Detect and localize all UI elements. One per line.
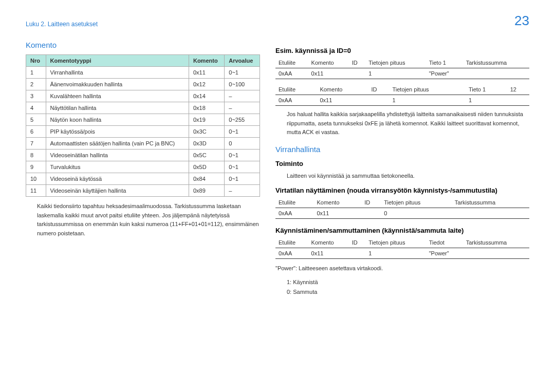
content-columns: Komento Nro Komentotyyppi Komento Arvoal… (26, 41, 529, 296)
toiminto-label: Toiminto (275, 160, 529, 167)
table-header-row: Etuliite Komento ID Tietojen pituus Tied… (275, 237, 529, 248)
packet-table-1: Etuliite Komento ID Tietojen pituus Tiet… (275, 58, 529, 79)
table-header-row: Nro Komentotyyppi Komento Arvoalue (26, 55, 260, 67)
page-number: 23 (514, 13, 529, 29)
table-header-row: Etuliite Komento ID Tietojen pituus Tiet… (275, 84, 529, 95)
command-table: Nro Komentotyyppi Komento Arvoalue 1Virr… (26, 54, 260, 197)
table-row: 0xAA 0x11 1 1 (275, 95, 529, 106)
view-power-title: Virtatilan näyttäminen (nouda virransyöt… (275, 186, 529, 194)
section-title-komento: Komento (26, 41, 260, 49)
toiminto-text: Laitteen voi käynnistää ja sammuttaa tie… (287, 172, 529, 181)
example-title: Esim. käynnissä ja ID=0 (275, 47, 529, 54)
table-row: 1Virranhallinta0x110~1 (26, 67, 260, 79)
col-komentotyyppi: Komentotyyppi (46, 55, 189, 67)
table-row: 0xAA 0x11 0 (275, 208, 529, 219)
chapter-title: Luku 2. Laitteen asetukset (26, 21, 529, 28)
onoff-table: Etuliite Komento ID Tietojen pituus Tied… (275, 237, 529, 259)
table-row: 0xAA 0x11 1 "Power" (275, 68, 529, 79)
col-nro: Nro (26, 55, 46, 67)
section-title-virranhallinta: Virranhallinta (275, 145, 529, 154)
onoff-title: Käynnistäminen/sammuttaminen (käynnistä/… (275, 227, 529, 234)
table-row: 3Kuvalähteen hallinta0x14– (26, 90, 260, 102)
checksum-paragraph: Kaikki tiedonsiirto tapahtuu heksadesima… (37, 202, 260, 238)
left-column: Komento Nro Komentotyyppi Komento Arvoal… (26, 41, 260, 296)
table-row: 2Äänenvoimakkuuden hallinta0x120~100 (26, 79, 260, 90)
col-komento: Komento (189, 55, 224, 67)
table-row: 9Turvalukitus0x5D0~1 (26, 161, 260, 173)
table-row: 6PIP käytössä/pois0x3C0~1 (26, 126, 260, 138)
table-header-row: Etuliite Komento ID Tietojen pituus Tark… (275, 197, 529, 208)
power-off-value: 0: Sammuta (287, 287, 529, 297)
broadcast-note: Jos haluat hallita kaikkia sarjakaapelil… (287, 110, 529, 137)
table-row: 4Näyttötilan hallinta0x18– (26, 102, 260, 114)
col-arvoalue: Arvoalue (225, 55, 260, 67)
view-power-table: Etuliite Komento ID Tietojen pituus Tark… (275, 197, 529, 219)
power-code-note: "Power": Laitteeseen asetettava virtakoo… (275, 264, 529, 273)
table-row: 10Videoseinä käytössä0x840~1 (26, 173, 260, 185)
table-row: 0xAA 0x11 1 "Power" (275, 248, 529, 259)
table-row: 7Automaattisten säätöjen hallinta (vain … (26, 138, 260, 150)
table-row: 8Videoseinätilan hallinta0x5C0~1 (26, 150, 260, 161)
table-row: 5Näytön koon hallinta0x190~255 (26, 114, 260, 126)
power-on-value: 1: Käynnistä (287, 277, 529, 287)
table-header-row: Etuliite Komento ID Tietojen pituus Tiet… (275, 58, 529, 68)
right-column: Esim. käynnissä ja ID=0 Etuliite Komento… (275, 41, 529, 296)
table-row: 11Videoseinän käyttäjien hallinta0x89– (26, 185, 260, 197)
packet-table-2: Etuliite Komento ID Tietojen pituus Tiet… (275, 84, 529, 106)
